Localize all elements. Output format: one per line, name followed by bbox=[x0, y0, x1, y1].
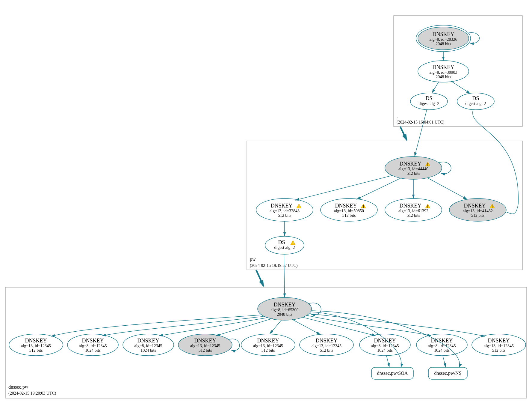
edge-root-zsk-ds1 bbox=[432, 82, 439, 93]
svg-text:alg=8, id=12345: alg=8, id=12345 bbox=[79, 344, 107, 348]
svg-text:digest alg=2: digest alg=2 bbox=[274, 245, 295, 250]
svg-text:dnssec.pw/SOA: dnssec.pw/SOA bbox=[377, 371, 408, 376]
svg-text:1024 bits: 1024 bits bbox=[434, 348, 450, 353]
svg-text:alg=13, id=61392: alg=13, id=61392 bbox=[398, 209, 428, 213]
zone-pw-name: pw bbox=[250, 257, 256, 262]
node-d-k9: DNSKEY alg=13, id=12345 512 bits bbox=[472, 334, 526, 356]
svg-text:digest alg=2: digest alg=2 bbox=[419, 101, 439, 106]
svg-text:alg=8, id=30903: alg=8, id=30903 bbox=[430, 70, 457, 75]
svg-text:alg=13, id=50850: alg=13, id=50850 bbox=[334, 209, 364, 213]
node-pw-z2: DNSKEY alg=13, id=50850 512 bits bbox=[321, 199, 377, 221]
edge-dksk-k2 bbox=[102, 316, 264, 336]
svg-text:512 bits: 512 bits bbox=[407, 171, 420, 176]
svg-text:DNSKEY: DNSKEY bbox=[399, 203, 421, 209]
svg-text:DNSKEY: DNSKEY bbox=[257, 338, 279, 344]
edge-pwds-dksk bbox=[284, 254, 285, 297]
node-soa: dnssec.pw/SOA bbox=[371, 367, 413, 379]
svg-text:512 bits: 512 bits bbox=[492, 348, 506, 353]
svg-text:512 bits: 512 bits bbox=[407, 213, 420, 218]
svg-text:1024 bits: 1024 bits bbox=[85, 348, 101, 353]
svg-text:alg=13, id=32843: alg=13, id=32843 bbox=[270, 209, 300, 213]
svg-text:512 bits: 512 bits bbox=[199, 348, 212, 353]
zone-root-name: . bbox=[397, 114, 398, 119]
edge-dksk-k3 bbox=[159, 318, 268, 336]
edge-dksk-k6 bbox=[292, 319, 321, 335]
node-root-ds2: DS digest alg=2 bbox=[457, 93, 494, 110]
edge-k8-ns bbox=[443, 356, 446, 367]
svg-text:DNSKEY: DNSKEY bbox=[194, 338, 216, 344]
edge-k7-soa bbox=[386, 356, 389, 367]
node-d-k6: DNSKEY alg=13, id=12345 512 bits bbox=[300, 334, 353, 356]
svg-text:DNSKEY: DNSKEY bbox=[335, 203, 357, 209]
svg-text:DNSKEY: DNSKEY bbox=[270, 203, 292, 209]
node-pw-z4: DNSKEY alg=13, id=41432 512 bits bbox=[449, 199, 506, 221]
node-root-ksk: DNSKEY alg=8, id=20326 2048 bits bbox=[416, 25, 471, 52]
edge-root-zsk-ds2 bbox=[451, 81, 470, 94]
svg-text:512 bits: 512 bits bbox=[262, 348, 275, 353]
edge-ds2-pwz4 bbox=[473, 109, 519, 214]
zone-dnssecpw-time: (2024-02-15 19:20:03 UTC) bbox=[8, 391, 56, 396]
svg-text:dnssec.pw/NS: dnssec.pw/NS bbox=[434, 371, 461, 376]
svg-text:DNSKEY: DNSKEY bbox=[315, 338, 337, 344]
zone-dnssecpw-name: dnssec.pw bbox=[8, 384, 28, 390]
svg-text:alg=8, id=20326: alg=8, id=20326 bbox=[430, 37, 457, 42]
node-d-k5: DNSKEY alg=13, id=12345 512 bits bbox=[241, 334, 295, 356]
edge-pwksk-z1 bbox=[295, 175, 392, 200]
svg-text:alg=13, id=12345: alg=13, id=12345 bbox=[21, 344, 51, 348]
node-pw-z1: DNSKEY alg=13, id=32843 512 bits bbox=[256, 199, 313, 221]
svg-text:alg=8, id=65300: alg=8, id=65300 bbox=[271, 308, 299, 312]
edge-ds1-pwksk bbox=[415, 109, 427, 157]
svg-text:alg=8, id=12345: alg=8, id=12345 bbox=[428, 344, 456, 348]
svg-text:DNSKEY: DNSKEY bbox=[488, 338, 510, 344]
svg-text:DNSKEY: DNSKEY bbox=[432, 31, 454, 37]
svg-text:alg=13, id=12345: alg=13, id=12345 bbox=[253, 344, 283, 348]
svg-text:alg=13, id=44440: alg=13, id=44440 bbox=[398, 167, 428, 171]
edge-zone-root-pw bbox=[400, 127, 407, 140]
svg-text:DNSKEY: DNSKEY bbox=[464, 203, 486, 209]
svg-text:2048 bits: 2048 bits bbox=[436, 42, 451, 46]
edge-dksk-k8 bbox=[307, 315, 431, 336]
edge-zone-pw-dnssecpw bbox=[256, 270, 264, 286]
zone-pw-time: (2024-02-15 19:19:57 UTC) bbox=[250, 263, 298, 268]
svg-text:alg=8, id=12345: alg=8, id=12345 bbox=[371, 344, 399, 348]
svg-text:alg=13, id=12345: alg=13, id=12345 bbox=[190, 344, 220, 348]
svg-text:DNSKEY: DNSKEY bbox=[432, 64, 454, 70]
svg-text:DNSKEY: DNSKEY bbox=[273, 302, 295, 308]
node-pw-ksk: DNSKEY alg=13, id=44440 512 bits bbox=[385, 157, 442, 179]
edge-dksk-k1 bbox=[51, 315, 262, 336]
edge-pwksk-z2 bbox=[356, 178, 401, 199]
svg-text:DS: DS bbox=[425, 95, 432, 101]
svg-text:DNSKEY: DNSKEY bbox=[25, 338, 47, 344]
edge-dksk-k9 bbox=[310, 314, 485, 336]
node-d-k3: DNSKEY alg=8, id=12345 1024 bits bbox=[123, 334, 174, 356]
node-pw-z3: DNSKEY alg=13, id=61392 512 bits bbox=[385, 199, 442, 221]
svg-text:512 bits: 512 bits bbox=[29, 348, 43, 353]
svg-text:1024 bits: 1024 bits bbox=[140, 348, 156, 353]
svg-text:DS: DS bbox=[472, 95, 479, 101]
node-root-zsk: DNSKEY alg=8, id=30903 2048 bits bbox=[418, 61, 469, 82]
svg-text:1024 bits: 1024 bits bbox=[377, 348, 393, 353]
svg-text:alg=13, id=12345: alg=13, id=12345 bbox=[484, 344, 514, 348]
svg-text:512 bits: 512 bits bbox=[278, 213, 291, 218]
node-d-k8: DNSKEY alg=8, id=12345 1024 bits bbox=[416, 334, 467, 356]
svg-text:alg=8, id=12345: alg=8, id=12345 bbox=[134, 344, 162, 348]
svg-text:DNSKEY: DNSKEY bbox=[137, 338, 159, 344]
node-d-k2: DNSKEY alg=8, id=12345 1024 bits bbox=[67, 334, 118, 356]
node-root-ds1: DS digest alg=2 bbox=[410, 93, 448, 110]
svg-text:DS: DS bbox=[278, 239, 285, 245]
node-d-k4: DNSKEY alg=13, id=12345 512 bits bbox=[178, 334, 232, 356]
svg-text:512 bits: 512 bits bbox=[320, 348, 333, 353]
svg-text:2048 bits: 2048 bits bbox=[436, 75, 451, 79]
svg-text:alg=13, id=12345: alg=13, id=12345 bbox=[312, 344, 341, 348]
svg-text:DNSKEY: DNSKEY bbox=[399, 161, 421, 167]
node-d-k1: DNSKEY alg=13, id=12345 512 bits bbox=[9, 334, 63, 356]
svg-text:DNSKEY: DNSKEY bbox=[374, 338, 396, 344]
node-ns: dnssec.pw/NS bbox=[428, 367, 467, 379]
node-d-k7: DNSKEY alg=8, id=12345 1024 bits bbox=[359, 334, 410, 356]
edge-dksk-k5 bbox=[270, 320, 282, 334]
edge-pwksk-z4 bbox=[427, 178, 467, 199]
svg-text:DNSKEY: DNSKEY bbox=[82, 338, 104, 344]
svg-text:512 bits: 512 bits bbox=[342, 213, 356, 218]
svg-text:digest alg=2: digest alg=2 bbox=[466, 101, 486, 106]
svg-text:alg=13, id=41432: alg=13, id=41432 bbox=[463, 209, 493, 213]
